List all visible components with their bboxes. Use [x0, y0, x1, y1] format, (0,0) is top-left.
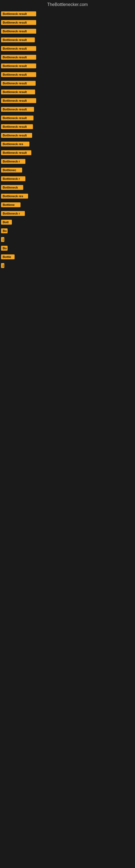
list-item: Bottleneck result [0, 36, 135, 44]
bottleneck-list: Bottleneck resultBottleneck resultBottle… [0, 8, 135, 271]
list-item: Bottleneck result [0, 79, 135, 87]
bottleneck-badge[interactable]: Bottleneck result [1, 55, 36, 60]
list-item: Bottleneck result [0, 70, 135, 79]
list-item: Bottleneck result [0, 88, 135, 96]
list-item: Bottleneck result [0, 123, 135, 131]
list-item: Bottleneck result [0, 53, 135, 61]
bottleneck-badge[interactable]: Bottleneck r [1, 176, 26, 181]
list-item: Bottleneck [0, 183, 135, 191]
list-item: | [0, 236, 135, 244]
bottleneck-badge[interactable]: Bott [1, 220, 12, 225]
bottleneck-badge[interactable]: Bottlenec [1, 167, 22, 173]
bottleneck-badge[interactable]: Bottleneck result [1, 116, 34, 120]
bottleneck-badge[interactable]: Bottlene [1, 203, 20, 207]
list-item: Bo [0, 227, 135, 235]
list-item: Bottleneck result [0, 27, 135, 35]
list-item: Bottleneck result [0, 62, 135, 70]
bottleneck-badge[interactable]: | [1, 237, 4, 242]
bottleneck-badge[interactable]: Bottleneck result [1, 98, 36, 103]
list-item: Bottleneck res [0, 192, 135, 200]
list-item: Bottleneck result [0, 105, 135, 113]
list-item: Bottleneck result [0, 10, 135, 18]
bottleneck-badge[interactable]: Bottleneck result [1, 81, 36, 86]
bottleneck-badge[interactable]: Bottleneck result [1, 37, 35, 42]
bottleneck-badge[interactable]: Bottleneck r [1, 159, 26, 164]
bottleneck-badge[interactable]: Bottleneck result [1, 124, 33, 129]
bottleneck-badge[interactable]: Bo [1, 246, 8, 251]
bottleneck-badge[interactable]: Bottleneck result [1, 20, 36, 25]
list-item: Bottlenec [0, 166, 135, 174]
list-item: Bott [0, 218, 135, 226]
bottleneck-badge[interactable]: Bottle [1, 254, 14, 259]
list-item: Bottleneck r [0, 157, 135, 165]
bottleneck-badge[interactable]: Bo [1, 228, 8, 233]
bottleneck-badge[interactable]: Bottleneck result [1, 72, 36, 77]
list-item: Bottleneck result [0, 44, 135, 53]
site-title: TheBottlenecker.com [0, 0, 135, 8]
bottleneck-badge[interactable]: Bottleneck result [1, 90, 35, 94]
bottleneck-badge[interactable]: Bottleneck result [1, 29, 36, 34]
list-item: Bottle [0, 253, 135, 261]
bottleneck-badge[interactable]: Bottleneck result [1, 150, 31, 155]
list-item: Bottleneck result [0, 19, 135, 27]
bottleneck-badge[interactable]: Bottleneck result [1, 11, 36, 16]
list-item: Bo [0, 244, 135, 252]
bottleneck-badge[interactable]: Bottleneck [1, 185, 23, 190]
bottleneck-badge[interactable]: Bottleneck result [1, 107, 34, 112]
bottleneck-badge[interactable]: | [1, 263, 4, 268]
page-wrapper: TheBottlenecker.com Bottleneck resultBot… [0, 0, 135, 271]
bottleneck-badge[interactable]: Bottleneck result [1, 63, 36, 68]
list-item: Bottleneck result [0, 114, 135, 122]
list-item: Bottlene [0, 201, 135, 209]
list-item: Bottleneck result [0, 131, 135, 140]
list-item: Bottleneck res [0, 140, 135, 148]
bottleneck-badge[interactable]: Bottleneck res [1, 194, 28, 198]
list-item: Bottleneck r [0, 175, 135, 183]
bottleneck-badge[interactable]: Bottleneck res [1, 142, 30, 147]
list-item: Bottleneck result [0, 149, 135, 157]
list-item: Bottleneck r [0, 209, 135, 218]
bottleneck-badge[interactable]: Bottleneck result [1, 133, 32, 138]
list-item: | [0, 261, 135, 270]
bottleneck-badge[interactable]: Bottleneck result [1, 46, 36, 51]
bottleneck-badge[interactable]: Bottleneck r [1, 211, 25, 216]
list-item: Bottleneck result [0, 97, 135, 105]
